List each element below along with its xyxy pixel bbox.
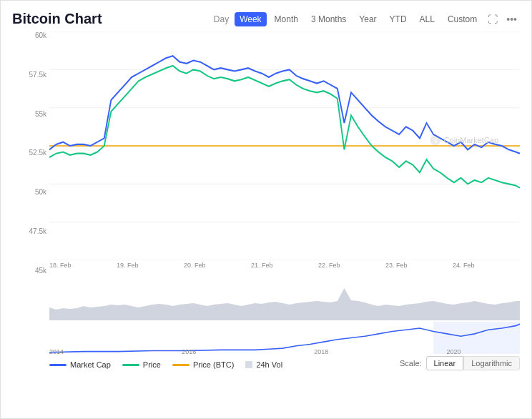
x-label-19feb: 19. Feb: [117, 262, 139, 275]
y-label-60k: 60k: [19, 31, 46, 39]
main-svg: [49, 31, 520, 260]
price-dot: [122, 364, 139, 366]
price-label: Price: [143, 360, 161, 369]
chart-container: Bitcoin Chart Day Week Month 3 Months Ye…: [0, 0, 532, 419]
legend-24h-vol: 24h Vol: [245, 360, 282, 369]
scale-controls: Scale: Linear Logarithmic: [400, 356, 520, 370]
watermark-text: CoinMarketCap: [444, 136, 498, 144]
volume-svg-wrapper: [49, 277, 520, 320]
scale-label: Scale:: [400, 359, 422, 368]
legend-market-cap: Market Cap: [49, 360, 111, 369]
legend: Market Cap Price Price (BTC) 24h Vol: [49, 360, 282, 369]
y-label-475k: 47.5k: [19, 227, 46, 235]
price-btc-dot: [172, 364, 189, 366]
price-btc-label: Price (BTC): [193, 360, 234, 369]
custom-btn[interactable]: Custom: [443, 12, 482, 26]
all-time-y-axis: [19, 322, 49, 354]
vol-dot: [245, 361, 252, 368]
ytd-btn[interactable]: YTD: [385, 12, 412, 26]
x-label-20feb: 20. Feb: [184, 262, 206, 275]
x-label-18feb: 18. Feb: [49, 262, 72, 275]
y-label-55k: 55k: [19, 110, 46, 118]
day-label: Day: [214, 14, 229, 24]
volume-chart: [19, 277, 520, 320]
x-label-2016: 2016: [182, 348, 196, 355]
vol-label: 24h Vol: [256, 360, 282, 369]
linear-btn[interactable]: Linear: [426, 356, 464, 370]
week-btn[interactable]: Week: [235, 12, 266, 26]
x-label-2014: 2014: [49, 348, 64, 355]
main-chart: 60k 57.5k 55k 52.5k 50k 47.5k 45k: [19, 31, 520, 275]
y-label-575k: 57.5k: [19, 71, 46, 79]
logarithmic-btn[interactable]: Logarithmic: [463, 356, 520, 370]
price-line: [49, 66, 520, 188]
x-label-24feb: 24. Feb: [453, 262, 475, 275]
legend-price-btc: Price (BTC): [172, 360, 234, 369]
market-cap-dot: [49, 364, 66, 366]
x-label-21feb: 21. Feb: [251, 262, 273, 275]
all-time-chart: 2014 2016 2018 2020: [19, 322, 520, 354]
chart-svg-wrapper: [49, 31, 520, 260]
more-icon[interactable]: •••: [503, 12, 520, 26]
x-label-23feb: 23. Feb: [385, 262, 408, 275]
x-label-2018: 2018: [314, 348, 328, 355]
volume-bars: [49, 288, 520, 320]
market-cap-label: Market Cap: [70, 360, 111, 369]
watermark: ₿ CoinMarketCap: [430, 134, 498, 146]
3months-btn[interactable]: 3 Months: [306, 12, 351, 26]
x-label-2020: 2020: [446, 348, 460, 355]
legend-price: Price: [122, 360, 161, 369]
x-label-22feb: 22. Feb: [318, 262, 340, 275]
y-label-45k: 45k: [19, 267, 46, 275]
month-btn[interactable]: Month: [270, 12, 303, 26]
y-label-525k: 52.5k: [19, 149, 46, 157]
svg-text:₿: ₿: [434, 139, 436, 143]
year-btn[interactable]: Year: [354, 12, 381, 26]
all-time-x-axis: 2014 2016 2018 2020: [49, 348, 520, 355]
all-btn[interactable]: ALL: [415, 12, 440, 26]
chart-title: Bitcoin Chart: [12, 11, 102, 27]
cmc-logo-icon: ₿: [430, 134, 441, 146]
expand-icon[interactable]: ⛶: [485, 12, 501, 26]
y-label-50k: 50k: [19, 188, 46, 196]
volume-svg: [49, 277, 520, 320]
header-row: Bitcoin Chart Day Week Month 3 Months Ye…: [12, 11, 520, 27]
bottom-row: Market Cap Price Price (BTC) 24h Vol Sca…: [12, 356, 520, 370]
x-axis: 18. Feb 19. Feb 20. Feb 21. Feb 22. Feb …: [49, 262, 520, 275]
y-axis: 60k 57.5k 55k 52.5k 50k 47.5k 45k: [19, 31, 49, 275]
